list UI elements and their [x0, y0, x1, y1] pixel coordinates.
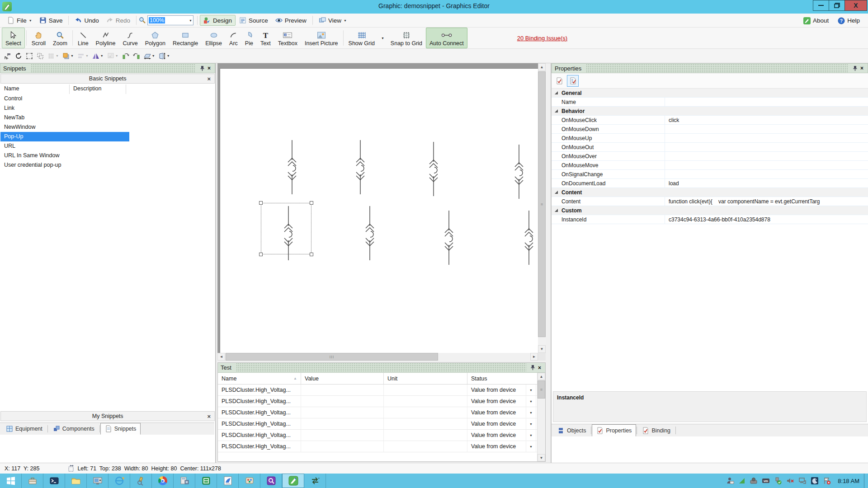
taskbar-icon-file-explorer[interactable]	[65, 474, 87, 488]
close-button[interactable]: X	[844, 0, 867, 11]
tool-textbox[interactable]: T Textbox	[274, 28, 301, 48]
switch-symbol[interactable]	[440, 211, 458, 265]
zoom-level-combobox[interactable]: 100% ▼	[147, 15, 193, 25]
taskbar-clock[interactable]: 8:18 AM	[838, 478, 859, 484]
flip-button[interactable]: ▼	[91, 51, 105, 61]
switch-symbol[interactable]	[520, 211, 538, 265]
scroll-down-icon[interactable]: ▼	[538, 345, 546, 353]
resize-handle-sw[interactable]	[259, 253, 263, 256]
tab-properties[interactable]: Properties	[592, 424, 636, 436]
network-status-icon[interactable]	[798, 477, 807, 485]
table-row[interactable]: PLSDCluster.High_Voltag...Value from dev…	[218, 418, 545, 430]
list-item[interactable]: NewTab	[0, 113, 215, 122]
pin-icon[interactable]	[198, 66, 206, 71]
canvas-page[interactable]	[220, 68, 538, 353]
close-panel-icon[interactable]: ×	[206, 65, 212, 71]
property-row[interactable]: OnMouseDown	[552, 125, 868, 134]
status-dropdown-icon[interactable]: ▼	[526, 418, 536, 429]
tool-pie[interactable]: Pie	[241, 28, 257, 48]
status-dropdown-icon[interactable]: ▼	[526, 385, 536, 395]
show-desktop-button[interactable]	[864, 474, 868, 488]
tool-insert-picture[interactable]: Insert Picture	[301, 28, 342, 48]
storage-device-icon[interactable]	[750, 477, 758, 485]
pin-icon[interactable]	[851, 66, 859, 71]
taskbar-icon-system-tool[interactable]	[130, 474, 152, 488]
preview-tab[interactable]: Preview	[272, 15, 310, 26]
close-group-icon[interactable]: ×	[203, 413, 214, 420]
table-row[interactable]: PLSDCluster.High_Voltag...Value from dev…	[218, 396, 545, 407]
taskbar-icon-internet-explorer[interactable]	[108, 474, 130, 488]
property-row[interactable]: Name	[552, 98, 868, 107]
tool-scroll[interactable]: Scroll	[28, 28, 49, 48]
list-item[interactable]: NewWindow	[0, 122, 215, 132]
zoom-caret-icon[interactable]: ▼	[189, 19, 192, 22]
tool-polyline[interactable]: Polyline	[92, 28, 119, 48]
switch-symbol[interactable]	[283, 140, 301, 194]
start-button[interactable]	[0, 474, 22, 488]
redo-button[interactable]: Redo	[103, 15, 134, 26]
taskbar-icon-chrome[interactable]	[152, 474, 174, 488]
taskbar-icon-server-manager[interactable]	[22, 474, 43, 488]
property-row[interactable]: OnMouseMove	[552, 161, 868, 170]
scroll-down-icon[interactable]: ▼	[538, 454, 545, 461]
show-grid-caret-icon[interactable]: ▼	[381, 37, 384, 40]
list-item-selected[interactable]: Pop-Up	[0, 132, 129, 141]
binding-issues-link[interactable]: 20 Binding Issue(s)	[517, 35, 567, 42]
table-row[interactable]: PLSDCluster.High_Voltag...Value from dev…	[218, 441, 545, 452]
property-category[interactable]: Custom	[552, 206, 868, 215]
scroll-left-icon[interactable]: ◄	[217, 353, 225, 361]
property-row[interactable]: OnDocumentLoadload	[552, 179, 868, 188]
usb-device-icon[interactable]	[774, 477, 782, 485]
selection-box[interactable]	[261, 203, 311, 254]
table-row[interactable]: PLSDCluster.High_Voltag...Value from dev…	[218, 430, 545, 441]
status-dropdown-icon[interactable]: ▼	[526, 430, 536, 441]
column-name[interactable]: Name	[0, 84, 70, 94]
list-item[interactable]: Link	[0, 103, 215, 113]
file-menu[interactable]: File▼	[4, 15, 36, 26]
list-item[interactable]: URL	[0, 141, 215, 151]
switch-symbol[interactable]	[361, 206, 379, 260]
hscroll-thumb[interactable]: III	[226, 353, 438, 361]
resize-handle-se[interactable]	[310, 253, 313, 256]
tool-snap-to-grid[interactable]: Snap to Grid	[387, 28, 426, 48]
tool-polygon[interactable]: Polygon	[142, 28, 169, 48]
drawing-canvas[interactable]: ▲ ≡ ▼ ◄ III ►	[217, 63, 546, 361]
column-description[interactable]: Description	[70, 84, 126, 94]
scroll-up-icon[interactable]: ▲	[538, 373, 545, 380]
save-button[interactable]: Save	[36, 15, 66, 26]
my-snippets-bar[interactable]: My Snippets ×	[0, 411, 215, 421]
column-name[interactable]: Name▲	[218, 373, 301, 384]
vmware-tools-icon[interactable]: vm	[762, 477, 770, 485]
action-flag-icon[interactable]	[823, 477, 831, 485]
rotate-button[interactable]	[14, 51, 24, 61]
tool-arc[interactable]: Arc	[226, 28, 241, 48]
table-row[interactable]: PLSDCluster.High_Voltag...Value from dev…	[218, 407, 545, 418]
tab-equipment[interactable]: Equipment	[1, 423, 47, 435]
taskbar-icon-sync-tool[interactable]: *	[304, 474, 326, 488]
property-category[interactable]: Behavior	[552, 107, 868, 116]
time-service-icon[interactable]	[811, 477, 819, 485]
table-row[interactable]: PLSDCluster.High_Voltag...Value from dev…	[218, 385, 545, 396]
alphabetical-view-button[interactable]	[567, 75, 579, 87]
status-dropdown-icon[interactable]: ▼	[526, 396, 536, 407]
close-group-icon[interactable]: ×	[203, 75, 214, 82]
property-row[interactable]: OnSignalChange	[552, 170, 868, 179]
list-item[interactable]: User credential pop-up	[0, 160, 215, 170]
column-value[interactable]: Value	[301, 373, 384, 384]
user-session-icon[interactable]	[726, 477, 734, 485]
source-tab[interactable]: Source	[236, 15, 272, 26]
categorized-view-button[interactable]	[553, 75, 565, 87]
close-panel-icon[interactable]: ×	[537, 365, 542, 371]
taskbar-icon-console-green[interactable]	[195, 474, 217, 488]
multi-select-button[interactable]	[3, 51, 13, 61]
tool-ellipse[interactable]: Ellipse	[202, 28, 226, 48]
tab-objects[interactable]: Objects	[553, 424, 590, 436]
taskbar-icon-graphics-editor[interactable]	[282, 474, 304, 488]
switch-symbol[interactable]	[425, 142, 443, 196]
flip-vertical-button[interactable]: ▼	[157, 51, 171, 61]
undo-button[interactable]: Undo	[71, 15, 102, 26]
volume-muted-icon[interactable]	[786, 477, 794, 485]
column-status[interactable]: Status	[467, 373, 536, 384]
close-panel-icon[interactable]: ×	[859, 65, 865, 71]
pin-icon[interactable]	[529, 365, 537, 371]
